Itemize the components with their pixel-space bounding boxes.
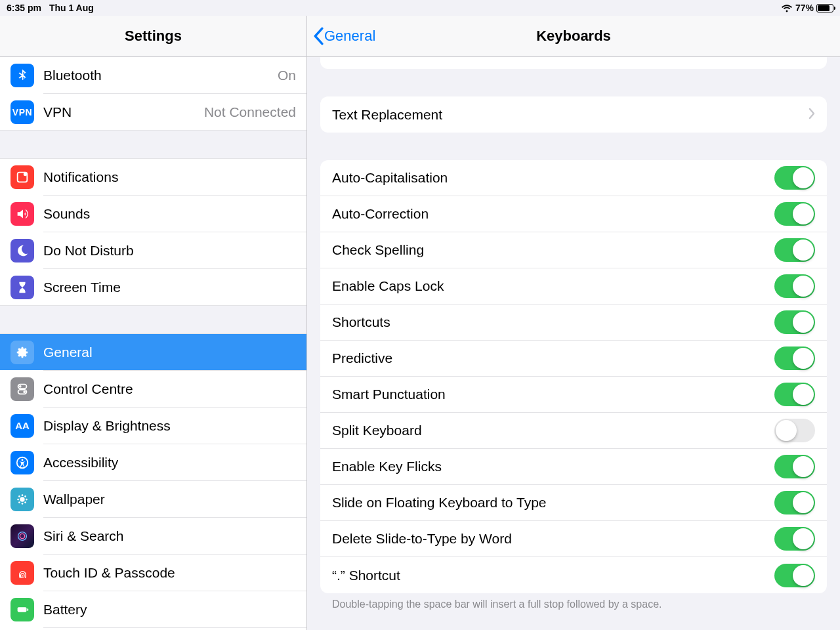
sidebar-item-label: Bluetooth (43, 68, 278, 83)
chevron-left-icon (312, 27, 324, 45)
text-replacement-row[interactable]: Text Replacement (320, 96, 827, 133)
detail-title: Keyboards (307, 28, 840, 45)
toggle-label: Predictive (332, 350, 774, 366)
svg-point-14 (24, 495, 26, 497)
toggle-row: Predictive (320, 341, 827, 377)
toggle-label: Split Keyboard (332, 423, 774, 438)
row-label: Text Replacement (332, 107, 808, 123)
sidebar-item-siri[interactable]: Siri & Search (0, 518, 306, 554)
notifications-icon (10, 165, 34, 189)
sidebar-item-sounds[interactable]: Sounds (0, 196, 306, 232)
hourglass-icon (10, 276, 34, 299)
toggle-label: Auto-Correction (332, 206, 774, 222)
toggle-switch[interactable] (774, 383, 815, 406)
toggle-row: “.” Shortcut (320, 557, 827, 593)
back-button[interactable]: General (307, 27, 375, 45)
svg-point-3 (19, 385, 22, 388)
sidebar-title: Settings (0, 16, 306, 57)
toggle-row: Shortcuts (320, 304, 827, 341)
battery-percent: 77% (795, 3, 814, 13)
sidebar-item-wallpaper[interactable]: Wallpaper (0, 481, 306, 517)
sidebar-item-battery[interactable]: Battery (0, 591, 306, 627)
toggle-row: Auto-Correction (320, 196, 827, 232)
svg-point-17 (18, 532, 27, 540)
toggle-switch[interactable] (774, 238, 815, 262)
toggle-label: Delete Slide-to-Type by Word (332, 531, 774, 547)
toggle-row: Slide on Floating Keyboard to Type (320, 485, 827, 521)
detail-header: General Keyboards (307, 16, 840, 57)
toggle-switch[interactable] (774, 346, 815, 370)
svg-point-15 (18, 501, 20, 503)
toggle-switch[interactable] (774, 527, 815, 551)
toggle-label: Smart Punctuation (332, 387, 774, 402)
sidebar-item-general[interactable]: General (0, 334, 306, 370)
sidebar-item-touchid[interactable]: Touch ID & Passcode (0, 555, 306, 591)
sidebar-item-dnd[interactable]: Do Not Disturb (0, 232, 306, 268)
sidebar-group-connectivity: Bluetooth On VPN VPN Not Connected (0, 57, 306, 131)
svg-point-16 (24, 501, 26, 503)
sidebar-item-vpn[interactable]: VPN VPN Not Connected (0, 94, 306, 130)
bluetooth-icon (10, 64, 34, 87)
svg-point-10 (22, 503, 24, 505)
battery-icon (816, 4, 833, 12)
toggle-row: Delete Slide-to-Type by Word (320, 521, 827, 557)
sounds-icon (10, 202, 34, 226)
sidebar-item-label: Battery (43, 602, 296, 618)
detail-pane: General Keyboards Text Replacement Auto-… (307, 16, 840, 630)
toggle-row: Enable Caps Lock (320, 268, 827, 304)
sidebar-item-display[interactable]: AA Display & Brightness (0, 408, 306, 444)
back-label: General (324, 28, 375, 45)
sidebar-item-notifications[interactable]: Notifications (0, 159, 306, 195)
sidebar-item-control-centre[interactable]: Control Centre (0, 371, 306, 407)
toggle-switch[interactable] (774, 310, 815, 334)
sidebar-item-bluetooth[interactable]: Bluetooth On (0, 57, 306, 93)
card-partial-top (320, 57, 827, 69)
wallpaper-icon (10, 488, 34, 511)
settings-sidebar: Settings Bluetooth On VPN VPN Not Connec… (0, 16, 307, 630)
toggle-label: Auto-Capitalisation (332, 170, 774, 186)
toggle-label: Enable Caps Lock (332, 278, 774, 294)
gear-icon (10, 341, 34, 364)
toggle-label: Slide on Floating Keyboard to Type (332, 495, 774, 511)
toggle-switch[interactable] (774, 274, 815, 298)
fingerprint-icon (10, 561, 34, 585)
sidebar-item-accessibility[interactable]: Accessibility (0, 444, 306, 480)
sidebar-item-screentime[interactable]: Screen Time (0, 269, 306, 305)
svg-point-12 (26, 498, 28, 500)
toggle-row: Auto-Capitalisation (320, 160, 827, 196)
sidebar-item-label: Wallpaper (43, 492, 296, 507)
sidebar-group-system: General Control Centre AA Display & Brig… (0, 333, 306, 630)
sidebar-group-alerts: Notifications Sounds Do Not Disturb Scre… (0, 158, 306, 306)
toggle-switch[interactable] (774, 564, 815, 587)
svg-rect-20 (27, 608, 28, 611)
chevron-right-icon (808, 106, 815, 123)
keyboard-toggles-card: Auto-CapitalisationAuto-CorrectionCheck … (320, 160, 827, 593)
status-bar: 6:35 pm Thu 1 Aug 77% (0, 0, 840, 16)
svg-point-18 (20, 534, 24, 538)
sidebar-item-label: Screen Time (43, 280, 296, 295)
svg-point-5 (23, 390, 26, 393)
toggle-switch[interactable] (774, 202, 815, 226)
sidebar-item-label: General (43, 345, 296, 360)
siri-icon (10, 524, 34, 548)
toggle-label: “.” Shortcut (332, 568, 774, 583)
toggle-switch[interactable] (774, 455, 815, 478)
sidebar-item-label: Display & Brightness (43, 418, 296, 434)
svg-point-13 (18, 495, 20, 497)
svg-point-8 (20, 497, 24, 501)
display-icon: AA (10, 414, 34, 438)
battery-icon (10, 598, 34, 621)
footer-note: Double-tapping the space bar will insert… (320, 593, 827, 610)
toggle-label: Check Spelling (332, 242, 774, 258)
svg-point-9 (22, 494, 24, 496)
toggle-switch[interactable] (774, 491, 815, 514)
toggle-switch[interactable] (774, 166, 815, 190)
svg-rect-19 (18, 607, 27, 612)
wifi-icon (781, 3, 793, 12)
sidebar-item-value: Not Connected (204, 104, 296, 120)
toggle-label: Enable Key Flicks (332, 459, 774, 474)
toggle-row: Smart Punctuation (320, 377, 827, 413)
svg-point-11 (17, 498, 19, 500)
toggle-row: Split Keyboard (320, 413, 827, 449)
toggle-switch[interactable] (774, 419, 815, 442)
